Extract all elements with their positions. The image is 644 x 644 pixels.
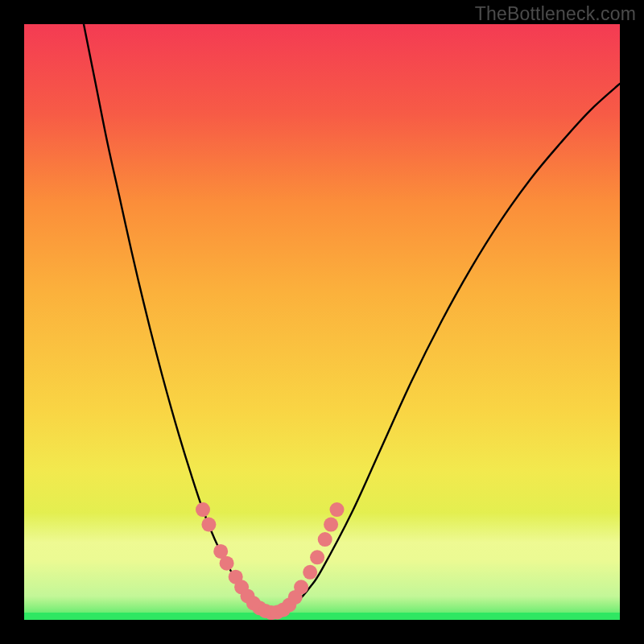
curve-marker [201,518,216,532]
curve-marker [303,565,317,580]
curve-markers [196,502,345,620]
curve-marker [294,580,308,594]
curve-marker [324,518,338,532]
curve-svg [24,24,620,620]
bottleneck-curve [84,24,620,613]
plot-area [24,24,620,620]
curve-marker [310,550,324,564]
curve-marker [220,556,234,571]
curve-marker [330,502,345,517]
watermark-text: TheBottleneck.com [475,3,636,25]
curve-marker [318,532,332,547]
curve-marker [196,502,210,517]
chart-frame: TheBottleneck.com [0,0,644,644]
